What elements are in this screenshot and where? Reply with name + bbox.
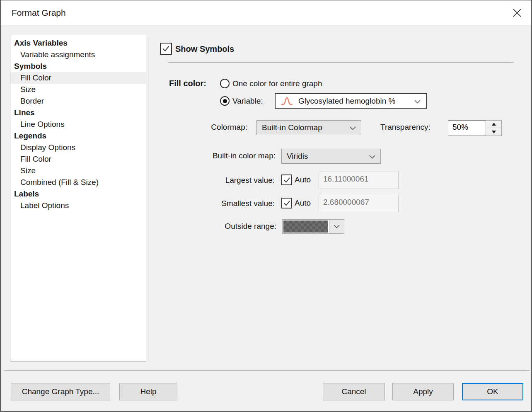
footer-divider [4,370,530,371]
nav-variable-assignments[interactable]: Variable assignments [10,49,146,61]
chevron-down-icon [414,97,421,106]
one-color-radio[interactable] [220,79,230,88]
builtin-colormap-select[interactable]: Viridis [281,149,381,164]
dialog-title: Format Graph [12,0,66,25]
show-symbols-label: Show Symbols [175,43,234,55]
spinner-down-button[interactable] [486,128,502,136]
nav-symbols-fill-color[interactable]: Fill Color [10,72,146,84]
cancel-button[interactable]: Cancel [323,383,385,400]
triangle-up-icon [492,123,496,126]
outside-range-swatch[interactable] [282,219,329,234]
outside-range-label: Outside range: [167,221,276,232]
variable-select[interactable]: Glycosylated hemoglobin % [275,93,427,109]
nav-label-options[interactable]: Label Options [10,200,146,211]
outside-range-dropdown-button[interactable] [329,219,344,234]
largest-value-label: Largest value: [167,174,275,186]
format-graph-dialog: Format Graph Axis Variables Variable ass… [0,0,532,412]
nav-legends[interactable]: Legends [10,130,146,142]
nav-legends-combined[interactable]: Combined (Fill & Size) [10,177,146,188]
chevron-down-icon [350,123,356,132]
transparency-spinner: 50% [448,120,502,136]
variable-select-value: Glycosylated hemoglobin % [298,97,395,106]
settings-nav-list: Axis Variables Variable assignments Symb… [10,35,146,361]
largest-auto-checkbox[interactable] [281,174,292,185]
transparency-input[interactable]: 50% [448,120,486,136]
chevron-down-icon [334,225,340,228]
nav-symbols-size[interactable]: Size [10,84,146,95]
checkmark-icon [162,44,170,53]
nav-symbols[interactable]: Symbols [10,61,146,72]
titlebar: Format Graph [1,0,531,25]
smallest-value-label: Smallest value: [167,198,275,209]
triangle-down-icon [492,131,496,133]
show-symbols-checkbox[interactable] [160,43,172,55]
colormap-label: Colormap: [167,121,247,133]
smallest-auto-label: Auto [295,198,311,208]
builtin-colormap-select-value: Viridis [287,152,308,161]
largest-auto-label: Auto [295,174,311,185]
nav-labels[interactable]: Labels [10,188,146,200]
nav-lines[interactable]: Lines [10,107,146,119]
smallest-auto-checkbox[interactable] [281,198,292,208]
variable-radio[interactable] [220,96,230,106]
ok-button[interactable]: OK [462,383,523,400]
largest-value-input[interactable]: 16.11000061 [319,172,399,189]
help-button[interactable]: Help [119,383,177,400]
checkmark-icon [283,176,291,184]
nav-legends-size[interactable]: Size [10,165,146,177]
nav-legends-display-options[interactable]: Display Options [10,142,146,153]
nav-axis-variables[interactable]: Axis Variables [10,37,146,49]
section-divider [168,62,513,63]
distribution-curve-icon [281,97,293,105]
builtin-colormap-label: Built-in color map: [167,150,276,162]
transparent-checker-icon [283,221,328,233]
variable-radio-label: Variable: [232,95,263,107]
fill-color-label: Fill color: [169,78,206,89]
nav-line-options[interactable]: Line Options [10,119,146,130]
checkmark-icon [283,199,291,207]
transparency-label: Transparency: [380,121,430,133]
nav-symbols-border[interactable]: Border [10,95,146,107]
smallest-value-input[interactable]: 2.680000067 [319,195,399,212]
spinner-up-button[interactable] [486,120,502,128]
one-color-radio-label: One color for entire graph [232,78,322,90]
change-graph-type-button[interactable]: Change Graph Type... [11,383,110,400]
colormap-select-value: Built-in Colormap [262,123,322,132]
close-icon[interactable] [510,5,525,20]
nav-legends-fill-color[interactable]: Fill Color [10,153,146,165]
chevron-down-icon [369,152,375,161]
colormap-select[interactable]: Built-in Colormap [256,120,361,135]
apply-button[interactable]: Apply [392,383,454,400]
